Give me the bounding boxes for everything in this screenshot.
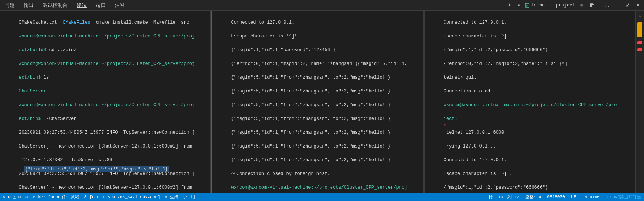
tab-telnet-project[interactable]: telnet - project (525, 3, 575, 8)
panel1-line1: CMakeCache.txt CMakeFiles cmake_install.… (19, 20, 189, 25)
menu-item-ports[interactable]: 端口 (94, 1, 107, 10)
p2-line5: {"msgid":5,"id":1,"from":"zhangsan","to"… (231, 75, 391, 80)
main-area: CMakeCache.txt CMakeFiles cmake_install.… (0, 11, 644, 193)
error-warning-count[interactable]: ⊗ 0 △ 0 (3, 195, 21, 199)
p3-prompt1: wxncom@wxncom-virtual-machine:~/projects… (444, 102, 617, 108)
p2-line8: {"msgid":5,"id":1,"from":"zhangsan","to"… (231, 116, 391, 122)
csdn-badge: CSDN@路过叮叮当 (607, 194, 641, 200)
add-terminal-button[interactable]: + (506, 2, 512, 9)
p3-line1: Connected to 127.0.0.1. (444, 20, 507, 25)
p3-escape1: Escape character is '^]'. (444, 171, 512, 177)
menu-bar-right: + ▾ telnet - project ⊞ 🗑 ... − ⤢ × (506, 1, 641, 9)
p3-cmd1: telnet 127.0.0.1 6000 (444, 130, 504, 135)
build-status[interactable]: ⚙ 生成 (165, 194, 178, 200)
p3-login1: {"msgid":1,"id":2,"password":"666666"} (444, 185, 548, 190)
p2-line4: {"errno":0,"id":1,"msgid":2,"name":"zhan… (231, 61, 407, 66)
p3-trying1: Trying 127.0.0.1... (444, 144, 496, 149)
panel1-input-area: {"from":"li si","id":2,"msg":"hi!","msgi… (0, 158, 210, 180)
terminal-container: CMakeCache.txt CMakeFiles cmake_install.… (0, 11, 644, 193)
status-bar-left: ⊗ 0 △ 0 ⚙ CMake: [Debug]: 就绪 ※ [GCC 7.5.… (3, 194, 195, 200)
menu-item-output[interactable]: 输出 (22, 1, 35, 10)
cmake-status[interactable]: ⚙ CMake: [Debug]: 就绪 (25, 194, 79, 200)
scroll-marker-2 (637, 41, 642, 44)
terminal-panel-3[interactable]: Connected to 127.0.0.1. Escape character… (425, 11, 636, 193)
p2-line6: {"msgid":5,"id":1,"from":"zhangsan","to"… (231, 89, 391, 94)
p2-line11: {"msgid":5,"id":1,"from":"zhangsan","to"… (231, 157, 391, 163)
encoding[interactable]: GB18030 (547, 195, 565, 199)
menu-item-problems[interactable]: 问题 (3, 1, 16, 10)
right-sidebar: △ (636, 11, 644, 193)
p3-line2: Escape character is '^]'. (444, 34, 512, 39)
more-options-icon[interactable]: ... (599, 2, 612, 9)
status-bar-right: 行 118，列 22 空格: 4 GB18030 LF tabnine CSDN… (489, 194, 641, 200)
scroll-marker-1 (637, 22, 642, 37)
menu-item-debug-console[interactable]: 调试控制台 (41, 1, 69, 10)
panel1-cmd1: cd ../bin/ (46, 47, 76, 53)
panel1-log1b: ChatServer] - new connection [ChatServer… (19, 144, 192, 149)
p2-line2: Escape character is '^]'. (231, 34, 300, 39)
p3-line4: {"errno":0,"id":2,"msgid":2,"name":"li s… (444, 61, 567, 66)
p3-prompt1b: ject$ (444, 116, 457, 122)
menu-item-comments[interactable]: 注释 (113, 1, 126, 10)
p3-bullet: ⊙ (444, 123, 446, 128)
panel1-prompt1: wxncom@wxncom-virtual-machine:~/projects… (19, 34, 195, 39)
scroll-marker-3 (637, 48, 642, 51)
p3-line5: telnet> quit (444, 75, 476, 80)
panel1-cmd3: ./ChatServer (41, 116, 77, 122)
menu-bar-left: 问题 输出 调试控制台 终端 端口 注释 (3, 1, 126, 10)
terminal-panel-1[interactable]: CMakeCache.txt CMakeFiles cmake_install.… (0, 11, 211, 193)
panel1-prompt3: wxncom@wxncom-virtual-machine:~/projects… (19, 102, 195, 108)
panel1-prompt3b: ect/bin$ (19, 116, 41, 122)
p3-connected1: Connected to 127.0.0.1. (444, 157, 507, 163)
panel1-prompt1b: ect/build$ (19, 47, 46, 53)
all-label: [all] (183, 195, 195, 199)
panel1-chatserver-label: ChatServer (19, 89, 46, 94)
trash-icon[interactable]: 🗑 (588, 2, 596, 9)
p3-line6: Connection closed. (444, 89, 493, 94)
p2-prompt1: wxncom@wxncom-virtual-machine:~/projects… (231, 185, 407, 190)
panel1-cmd2: ls (41, 75, 49, 80)
p2-line9: {"msgid":5,"id":1,"from":"zhangsan","to"… (231, 130, 391, 135)
cursor-position[interactable]: 行 118，列 22 (489, 194, 519, 200)
close-icon[interactable]: × (635, 2, 641, 9)
p2-line7: {"msgid":5,"id":1,"from":"zhangsan","to"… (231, 102, 391, 108)
p2-line12: ^^Connection closed by foreign host. (231, 171, 330, 177)
panel1-last-input: {"from":"li si","id":2,"msg":"hi!","msgi… (24, 166, 169, 172)
panel1-log2b: ChatServer] - new connection [ChatServer… (19, 185, 192, 190)
dropdown-icon[interactable]: ▾ (516, 1, 522, 9)
indent-spaces[interactable]: 空格: 4 (525, 194, 541, 200)
p2-line3: {"msgid":1,"id":1,"password":"123456"} (231, 47, 336, 53)
terminal-icon (525, 3, 529, 8)
split-editor-icon[interactable]: ⊞ (578, 1, 584, 9)
warning-icon: △ (636, 12, 644, 20)
p2-line10: {"msgid":5,"id":1,"from":"zhangsan","to"… (231, 144, 391, 149)
menu-bar: 问题 输出 调试控制台 终端 端口 注释 + ▾ telnet - projec… (0, 0, 644, 11)
panel1-prompt2b: ect/bin$ (19, 75, 41, 80)
gcc-version[interactable]: ※ [GCC 7.5.0 x86_64-linux-gnu] (84, 195, 160, 199)
status-bar: ⊗ 0 △ 0 ⚙ CMake: [Debug]: 就绪 ※ [GCC 7.5.… (0, 193, 644, 201)
maximize-icon[interactable]: ⤢ (624, 1, 632, 9)
p3-line3: {"msgid":1,"id":2,"password":"666666"} (444, 47, 548, 53)
terminal-panel-2[interactable]: Connected to 127.0.0.1. Escape character… (212, 11, 423, 193)
menu-item-terminal[interactable]: 终端 (75, 1, 88, 10)
p2-line1: Connected to 127.0.0.1. (231, 20, 295, 25)
svg-rect-0 (525, 3, 529, 7)
tab-label-text: telnet - project (531, 3, 575, 8)
language-mode[interactable]: tabnine (582, 195, 600, 199)
minimize-icon[interactable]: − (615, 2, 621, 9)
line-ending[interactable]: LF (571, 195, 576, 199)
panel1-prompt2: wxncom@wxncom-virtual-machine:~/projects… (19, 61, 195, 66)
panel1-log1: 20230921 09:27:53.448054Z 15977 INFO Tcp… (19, 130, 195, 135)
